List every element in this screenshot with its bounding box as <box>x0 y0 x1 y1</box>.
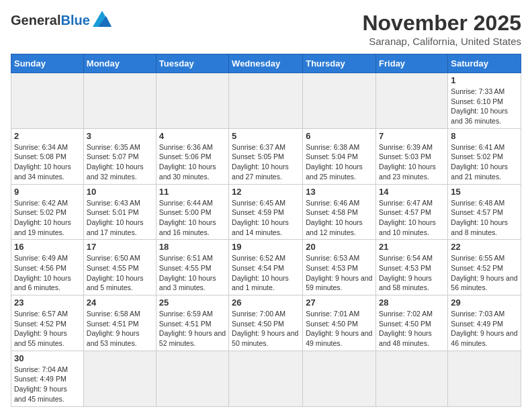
day-info: Sunrise: 7:00 AM Sunset: 4:50 PM Dayligh… <box>232 309 300 349</box>
day-info: Sunrise: 7:02 AM Sunset: 4:50 PM Dayligh… <box>379 309 445 349</box>
calendar-cell: 22Sunrise: 6:55 AM Sunset: 4:52 PM Dayli… <box>448 240 521 295</box>
day-number: 30 <box>14 353 81 363</box>
day-info: Sunrise: 6:38 AM Sunset: 5:04 PM Dayligh… <box>306 142 373 182</box>
day-info: Sunrise: 7:01 AM Sunset: 4:50 PM Dayligh… <box>306 309 373 349</box>
day-number: 26 <box>232 298 300 308</box>
day-number: 3 <box>87 131 153 141</box>
day-number: 20 <box>306 242 373 252</box>
day-number: 10 <box>87 187 153 197</box>
calendar-cell: 11Sunrise: 6:44 AM Sunset: 5:00 PM Dayli… <box>156 184 228 240</box>
day-number: 4 <box>159 131 226 141</box>
day-info: Sunrise: 7:33 AM Sunset: 6:10 PM Dayligh… <box>451 87 518 126</box>
day-number: 14 <box>379 187 445 197</box>
calendar-cell <box>376 351 448 406</box>
calendar-week-row: 16Sunrise: 6:49 AM Sunset: 4:56 PM Dayli… <box>11 240 521 295</box>
calendar-cell: 1Sunrise: 7:33 AM Sunset: 6:10 PM Daylig… <box>448 73 521 129</box>
logo-icon <box>93 11 112 30</box>
calendar-cell: 25Sunrise: 6:59 AM Sunset: 4:51 PM Dayli… <box>156 295 228 351</box>
calendar-cell: 16Sunrise: 6:49 AM Sunset: 4:56 PM Dayli… <box>11 240 84 295</box>
day-info: Sunrise: 6:47 AM Sunset: 4:57 PM Dayligh… <box>379 198 445 238</box>
calendar-cell: 4Sunrise: 6:36 AM Sunset: 5:06 PM Daylig… <box>156 128 228 184</box>
weekday-header-thursday: Thursday <box>303 54 376 73</box>
day-info: Sunrise: 6:43 AM Sunset: 5:01 PM Dayligh… <box>87 198 153 238</box>
calendar-cell: 30Sunrise: 7:04 AM Sunset: 4:49 PM Dayli… <box>11 351 84 406</box>
calendar-cell: 21Sunrise: 6:54 AM Sunset: 4:53 PM Dayli… <box>376 240 448 295</box>
day-number: 11 <box>159 187 226 197</box>
weekday-header-monday: Monday <box>83 54 156 73</box>
day-info: Sunrise: 6:36 AM Sunset: 5:06 PM Dayligh… <box>159 142 226 182</box>
calendar-cell <box>83 73 156 129</box>
day-info: Sunrise: 6:48 AM Sunset: 4:57 PM Dayligh… <box>451 198 518 238</box>
day-info: Sunrise: 6:46 AM Sunset: 4:58 PM Dayligh… <box>306 198 373 238</box>
calendar-cell: 12Sunrise: 6:45 AM Sunset: 4:59 PM Dayli… <box>229 184 303 240</box>
day-number: 25 <box>159 298 226 308</box>
day-info: Sunrise: 6:51 AM Sunset: 4:55 PM Dayligh… <box>159 253 226 293</box>
calendar-cell <box>448 351 521 406</box>
calendar-week-row: 2Sunrise: 6:34 AM Sunset: 5:08 PM Daylig… <box>11 128 521 184</box>
day-info: Sunrise: 6:34 AM Sunset: 5:08 PM Dayligh… <box>14 142 81 182</box>
day-info: Sunrise: 6:57 AM Sunset: 4:52 PM Dayligh… <box>14 309 81 349</box>
day-info: Sunrise: 6:45 AM Sunset: 4:59 PM Dayligh… <box>232 198 300 238</box>
day-number: 29 <box>451 298 518 308</box>
day-number: 9 <box>14 187 81 197</box>
day-info: Sunrise: 6:42 AM Sunset: 5:02 PM Dayligh… <box>14 198 81 238</box>
page-header: General Blue November 2025 Saranap, Cali… <box>11 11 521 47</box>
weekday-header-sunday: Sunday <box>11 54 84 73</box>
day-info: Sunrise: 6:55 AM Sunset: 4:52 PM Dayligh… <box>451 253 518 293</box>
calendar-week-row: 30Sunrise: 7:04 AM Sunset: 4:49 PM Dayli… <box>11 351 521 406</box>
day-number: 6 <box>306 131 373 141</box>
weekday-header-row: SundayMondayTuesdayWednesdayThursdayFrid… <box>11 54 521 73</box>
day-number: 16 <box>14 242 81 252</box>
day-number: 18 <box>159 242 226 252</box>
calendar-cell: 8Sunrise: 6:41 AM Sunset: 5:02 PM Daylig… <box>448 128 521 184</box>
calendar-cell <box>83 351 156 406</box>
calendar-cell: 28Sunrise: 7:02 AM Sunset: 4:50 PM Dayli… <box>376 295 448 351</box>
weekday-header-saturday: Saturday <box>448 54 521 73</box>
calendar-cell: 29Sunrise: 7:03 AM Sunset: 4:49 PM Dayli… <box>448 295 521 351</box>
day-info: Sunrise: 6:52 AM Sunset: 4:54 PM Dayligh… <box>232 253 300 293</box>
weekday-header-wednesday: Wednesday <box>229 54 303 73</box>
calendar-cell <box>229 351 303 406</box>
day-number: 17 <box>87 242 153 252</box>
calendar-cell <box>303 73 376 129</box>
day-number: 7 <box>379 131 445 141</box>
logo-blue-text: Blue <box>60 13 89 28</box>
calendar-cell: 20Sunrise: 6:53 AM Sunset: 4:53 PM Dayli… <box>303 240 376 295</box>
calendar-cell: 27Sunrise: 7:01 AM Sunset: 4:50 PM Dayli… <box>303 295 376 351</box>
day-number: 23 <box>14 298 81 308</box>
calendar-cell <box>376 73 448 129</box>
calendar-cell <box>229 73 303 129</box>
calendar-cell: 10Sunrise: 6:43 AM Sunset: 5:01 PM Dayli… <box>83 184 156 240</box>
location-title: Saranap, California, United States <box>362 36 521 47</box>
calendar-cell <box>156 351 228 406</box>
logo-general-text: General <box>11 13 60 28</box>
day-info: Sunrise: 6:44 AM Sunset: 5:00 PM Dayligh… <box>159 198 226 238</box>
day-number: 5 <box>232 131 300 141</box>
day-number: 24 <box>87 298 153 308</box>
calendar-cell: 3Sunrise: 6:35 AM Sunset: 5:07 PM Daylig… <box>83 128 156 184</box>
calendar-cell <box>303 351 376 406</box>
calendar-cell: 26Sunrise: 7:00 AM Sunset: 4:50 PM Dayli… <box>229 295 303 351</box>
calendar-cell: 13Sunrise: 6:46 AM Sunset: 4:58 PM Dayli… <box>303 184 376 240</box>
calendar-cell: 7Sunrise: 6:39 AM Sunset: 5:03 PM Daylig… <box>376 128 448 184</box>
calendar-cell: 9Sunrise: 6:42 AM Sunset: 5:02 PM Daylig… <box>11 184 84 240</box>
calendar-week-row: 9Sunrise: 6:42 AM Sunset: 5:02 PM Daylig… <box>11 184 521 240</box>
month-title: November 2025 <box>362 11 521 36</box>
calendar-week-row: 23Sunrise: 6:57 AM Sunset: 4:52 PM Dayli… <box>11 295 521 351</box>
calendar-cell: 2Sunrise: 6:34 AM Sunset: 5:08 PM Daylig… <box>11 128 84 184</box>
day-info: Sunrise: 7:03 AM Sunset: 4:49 PM Dayligh… <box>451 309 518 349</box>
calendar-cell: 6Sunrise: 6:38 AM Sunset: 5:04 PM Daylig… <box>303 128 376 184</box>
weekday-header-tuesday: Tuesday <box>156 54 228 73</box>
calendar-cell: 24Sunrise: 6:58 AM Sunset: 4:51 PM Dayli… <box>83 295 156 351</box>
calendar-cell: 5Sunrise: 6:37 AM Sunset: 5:05 PM Daylig… <box>229 128 303 184</box>
day-info: Sunrise: 6:39 AM Sunset: 5:03 PM Dayligh… <box>379 142 445 182</box>
day-info: Sunrise: 6:37 AM Sunset: 5:05 PM Dayligh… <box>232 142 300 182</box>
calendar-cell: 23Sunrise: 6:57 AM Sunset: 4:52 PM Dayli… <box>11 295 84 351</box>
day-number: 13 <box>306 187 373 197</box>
weekday-header-friday: Friday <box>376 54 448 73</box>
day-number: 27 <box>306 298 373 308</box>
day-info: Sunrise: 6:35 AM Sunset: 5:07 PM Dayligh… <box>87 142 153 182</box>
day-number: 22 <box>451 242 518 252</box>
calendar-cell: 15Sunrise: 6:48 AM Sunset: 4:57 PM Dayli… <box>448 184 521 240</box>
calendar-cell: 19Sunrise: 6:52 AM Sunset: 4:54 PM Dayli… <box>229 240 303 295</box>
